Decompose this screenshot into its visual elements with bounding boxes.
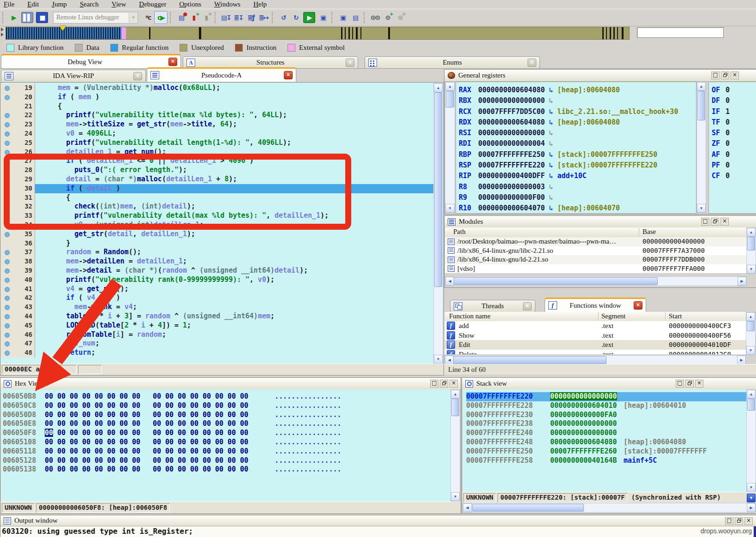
breakpoint-dot-icon[interactable] — [5, 150, 10, 155]
stack-row[interactable]: 00007FFFFFFFE2300000000000000FA0 — [466, 411, 747, 420]
stop-process-icon[interactable]: ■ — [36, 12, 48, 23]
scroll-thumb[interactable] — [697, 91, 705, 120]
hex-byte[interactable]: 00 — [228, 392, 236, 400]
code-line-33[interactable]: 33 printf("vulnerability detail(max %ld … — [0, 211, 434, 221]
code-line-27[interactable]: 27 if ( detailLen_1 <= 0 || detailLen_1 … — [0, 156, 434, 166]
registers-vscrollbar[interactable]: ▲ ▼ — [696, 82, 706, 213]
breakpoint-dot-icon[interactable] — [5, 323, 10, 328]
code-line-43[interactable]: 43 mem->rank = v4; — [0, 303, 434, 312]
breakpoint-dot-icon[interactable] — [5, 159, 10, 164]
navigation-band[interactable] — [6, 27, 630, 40]
hex-byte[interactable]: 00 — [57, 438, 66, 446]
float-icon[interactable] — [735, 517, 743, 525]
scroll-thumb[interactable] — [451, 399, 459, 416]
scroll-up-icon[interactable]: ▲ — [746, 312, 755, 321]
hex-byte[interactable]: 00 — [178, 438, 186, 446]
hex-byte[interactable]: 00 — [45, 456, 53, 465]
hex-byte[interactable]: 00 — [95, 411, 103, 419]
register-row-rsp[interactable]: RSP00007FFFFFFFE220↳[stack]:00007FFFFFFF… — [456, 160, 696, 171]
hex-byte[interactable]: 00 — [240, 411, 248, 419]
module-row[interactable]: /lib/x86_64-linux-gnu/libc-2.21.so00007F… — [445, 246, 747, 256]
module-row[interactable]: [vdso]00007FFFF7FFA000 — [445, 264, 747, 274]
hex-byte[interactable]: 00 — [228, 429, 236, 437]
hex-byte[interactable]: 00 — [240, 401, 248, 410]
hex-byte[interactable]: 00 — [82, 429, 90, 437]
menu-options[interactable]: Options — [179, 0, 201, 8]
registers-left-scrollbar[interactable]: ▲ ▼ — [445, 82, 455, 213]
hex-byte[interactable]: 00 — [203, 465, 211, 473]
hex-byte[interactable]: 00 — [165, 465, 174, 473]
modules-header[interactable]: Path Base — [445, 227, 747, 238]
breakpoint-dot-icon[interactable] — [5, 177, 10, 182]
scroll-thumb[interactable] — [747, 321, 755, 331]
function-row-show[interactable]: fShow.text0000000000400F56 — [444, 331, 746, 340]
code-line-29[interactable]: 29 detail = (char *)malloc(detailLen_1 +… — [0, 175, 434, 184]
stack-row[interactable]: 00007FFFFFFFE2280000000000604010[heap]:0… — [466, 401, 747, 411]
column-base[interactable]: Base — [642, 228, 656, 236]
menu-view[interactable]: View — [112, 0, 126, 8]
code-line-38[interactable]: 38 mem->detailLen = detailLen_1; — [0, 257, 434, 266]
hex-byte[interactable]: 00 — [45, 447, 53, 455]
scroll-left-icon[interactable]: ◀ — [445, 277, 454, 286]
hex-byte[interactable]: 00 — [120, 419, 128, 428]
hex-byte[interactable]: 00 — [82, 419, 90, 428]
hex-byte[interactable]: 00 — [165, 447, 174, 455]
close-icon[interactable]: × — [731, 72, 739, 79]
hex-byte[interactable]: 00 — [132, 411, 140, 419]
modules-vscrollbar[interactable]: ▲ ▼ — [746, 227, 756, 274]
run-until-return-icon[interactable]: ≣ƒ — [245, 12, 257, 24]
tab-pseudocode-a[interactable]: Pseudocode-A× — [147, 67, 296, 82]
code-line-47[interactable]: 47 ++v_num; — [0, 339, 434, 348]
window-list-icon[interactable]: ▣ — [336, 12, 349, 24]
functions-hscrollbar[interactable]: ◀ ▶ — [444, 355, 746, 365]
hex-byte[interactable]: 00 — [203, 429, 211, 437]
hex-byte[interactable]: 00 — [107, 392, 115, 400]
hex-byte[interactable]: 00 — [190, 392, 198, 400]
hex-byte[interactable]: 00 — [120, 465, 128, 473]
menu-search[interactable]: Search — [80, 0, 99, 8]
start-process-icon[interactable]: ▶ — [7, 12, 20, 24]
hex-byte[interactable]: 00 — [228, 438, 236, 446]
hex-byte[interactable]: 00 — [153, 419, 161, 428]
scroll-left-icon[interactable]: ◀ — [445, 356, 454, 364]
run-to-position-icon[interactable]: ▣ — [317, 12, 329, 24]
hex-byte[interactable]: 00 — [190, 438, 198, 446]
scroll-up-icon[interactable]: ▲ — [451, 390, 460, 399]
step-into-icon[interactable]: ▤↧ — [220, 12, 232, 24]
hex-byte[interactable]: 00 — [153, 411, 161, 419]
register-row-rbx[interactable]: RBX0000000000000000↳ — [456, 95, 696, 106]
stack-row[interactable]: 00007FFFFFFFE2380000000000000000 — [466, 419, 747, 429]
scroll-thumb[interactable] — [446, 91, 454, 107]
hex-byte[interactable]: 00 — [45, 392, 53, 400]
close-icon[interactable]: × — [346, 59, 354, 67]
menu-windows[interactable]: Windows — [214, 0, 240, 8]
pseudocode-view[interactable]: 19 mem = (Vulnerability *)malloc(0x68uLL… — [0, 82, 444, 376]
code-line-41[interactable]: 41 v4 = get_num(); — [0, 285, 434, 294]
close-icon[interactable]: × — [450, 380, 458, 388]
scroll-down-icon[interactable]: ▼ — [445, 204, 455, 213]
tab-functions-window[interactable]: Functions window× — [545, 298, 646, 312]
stackview-titlebar[interactable]: Stack view □ × — [462, 378, 756, 390]
hex-byte[interactable]: 00 — [70, 429, 78, 437]
flag-sf[interactable]: SF0 — [712, 128, 756, 138]
hex-byte[interactable]: 00 — [178, 465, 186, 473]
hex-byte[interactable]: 00 — [70, 392, 78, 400]
register-row-rsi[interactable]: RSI0000000000000000↳ — [456, 128, 696, 138]
register-row-r9[interactable]: R90000000000000F00↳ — [456, 192, 696, 203]
hex-byte[interactable]: 00 — [57, 465, 66, 473]
hex-byte[interactable]: 00 — [70, 438, 78, 446]
stack-row[interactable]: 00007FFFFFFFE25000007FFFFFFFE260[stack]:… — [466, 447, 747, 456]
code-line-22[interactable]: 22 printf("vulnerability title(max %ld b… — [0, 111, 434, 120]
close-icon[interactable]: × — [528, 59, 536, 67]
hex-byte[interactable]: 00 — [178, 401, 186, 410]
flag-df[interactable]: DF0 — [712, 95, 756, 106]
output-titlebar[interactable]: Output window □ × — [0, 515, 756, 526]
hex-byte[interactable]: 00 — [240, 429, 248, 437]
register-row-r8[interactable]: R80000000000000003↳ — [456, 182, 696, 192]
hex-byte[interactable]: 00 — [57, 401, 66, 410]
scroll-up-icon[interactable]: ▲ — [445, 82, 455, 91]
breakpoint-dot-icon[interactable] — [5, 278, 10, 283]
maximize-icon[interactable]: □ — [711, 72, 720, 79]
jump-forward-icon[interactable]: ↻ — [289, 12, 302, 24]
hex-byte[interactable]: 00 — [57, 447, 66, 455]
